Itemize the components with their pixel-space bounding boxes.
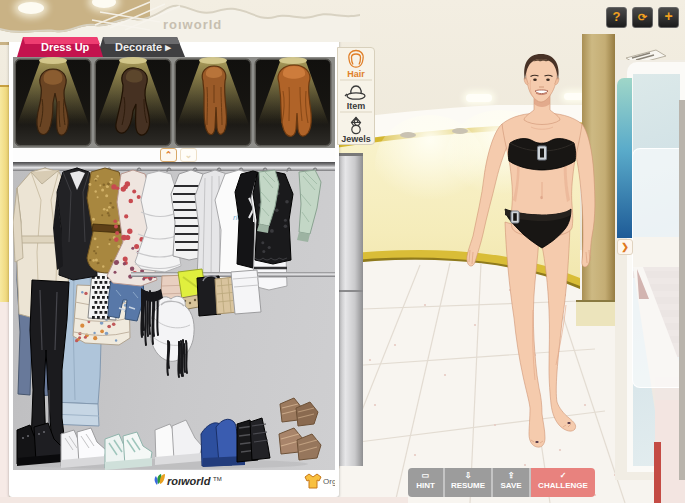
- svg-text:Item: Item: [347, 101, 366, 111]
- svg-text:Jewels: Jewels: [341, 134, 371, 144]
- svg-text:Dress Up: Dress Up: [41, 41, 90, 53]
- svg-text:TM: TM: [213, 476, 222, 482]
- svg-text:roıworld: roıworld: [163, 17, 222, 32]
- svg-text:roıworld: roıworld: [167, 475, 211, 487]
- svg-text:Hair: Hair: [347, 69, 365, 79]
- svg-text:Decorate ▸: Decorate ▸: [115, 41, 171, 53]
- svg-text:Organize: Organize: [323, 477, 335, 486]
